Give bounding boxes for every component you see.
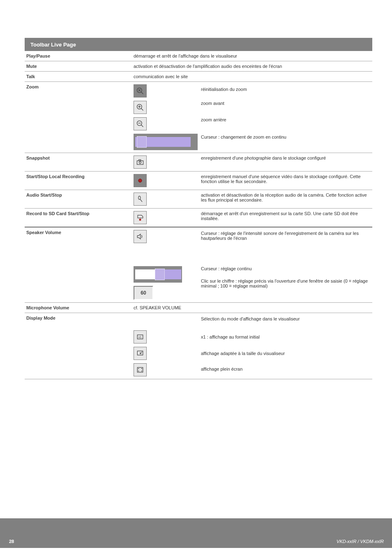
zoom-out-icon — [136, 120, 144, 128]
sd-record-button[interactable] — [134, 211, 147, 224]
display-desc-0: Sélection du mode d'affichage dans le vi… — [201, 316, 371, 330]
svg-line-1 — [141, 92, 143, 94]
svg-line-5 — [141, 109, 143, 111]
audio-toggle-button[interactable] — [134, 193, 147, 206]
zoom-reset-desc: réinitialisation du zoom — [201, 84, 371, 95]
microphone-icon — [136, 195, 144, 203]
zoom-slider[interactable] — [134, 134, 198, 150]
zoom-in-button[interactable] — [134, 101, 147, 114]
row-label-snapshot: Snappshot — [25, 153, 132, 172]
svg-point-15 — [138, 196, 141, 200]
row-desc-sdrec: démarrage et arrêt d'un enregistrement s… — [199, 209, 372, 227]
title-bar: Toolbar Live Page — [25, 38, 372, 51]
display-fit-button[interactable] — [134, 347, 147, 360]
record-icon — [136, 176, 144, 185]
row-label-audio: Audio Start/Stop — [25, 190, 132, 209]
display-desc-2: affichage adaptée à la taille du visuali… — [201, 346, 371, 362]
row-desc-talk: communication avec le site — [132, 72, 372, 82]
speaker-volume-button[interactable] — [134, 230, 147, 243]
row-label-display: Display Mode — [25, 313, 132, 379]
speaker-icon — [136, 232, 144, 241]
row-desc-snapshot: enregistrement d'une photographie dans l… — [199, 153, 372, 172]
speaker-volume-value[interactable]: 60 — [134, 286, 153, 300]
svg-line-22 — [140, 352, 142, 354]
zoom-out-desc: zoom arrière — [201, 111, 371, 128]
page-number: 28 — [9, 539, 14, 544]
svg-point-17 — [139, 219, 141, 221]
display-desc-3: affichage plein écran — [201, 362, 371, 371]
zoom-in-icon — [136, 103, 144, 111]
local-record-button[interactable] — [134, 174, 147, 187]
display-fullscreen-button[interactable] — [134, 363, 147, 376]
zoom-slider-desc: Curseur : changement de zoom en continu — [201, 128, 371, 144]
zoom-out-button[interactable] — [134, 117, 147, 130]
display-desc-1: x1 : affichage au format initial — [201, 330, 371, 346]
speaker-desc-3: Clic sur le chiffre : réglage précis via… — [201, 275, 371, 288]
svg-point-14 — [138, 179, 142, 182]
row-label-localrec: Start/Stop Local Recording — [25, 172, 132, 190]
svg-text:x1: x1 — [138, 335, 142, 339]
zoom-reset-icon — [136, 87, 144, 95]
speaker-desc-1: Curseur : réglage de l'intensité sonore … — [201, 230, 371, 259]
row-label-talk: Talk — [25, 72, 132, 82]
svg-rect-12 — [139, 160, 141, 161]
display-x1-button[interactable]: x1 — [134, 330, 147, 343]
toolbar-table: Play/Pause démarrage et arrêt de l'affic… — [25, 51, 372, 379]
speaker-volume-slider[interactable] — [134, 266, 182, 283]
row-desc-mic: cf. SPEAKER VOLUME — [132, 303, 372, 313]
row-desc-audio: activation et désactivation de la récept… — [199, 190, 372, 209]
row-label-sdrec: Record to SD Card Start/Stop — [25, 209, 132, 227]
page-footer: 28 VKD-xxIR / VKDM-xxIR — [0, 518, 392, 548]
svg-line-16 — [140, 199, 142, 202]
zoom-reset-button[interactable] — [134, 84, 147, 97]
fullscreen-icon — [136, 366, 144, 374]
footer-right: VKD-xxIR / VKDM-xxIR — [337, 539, 384, 544]
row-desc-mute: activation et désactivation de l'amplifi… — [132, 61, 372, 72]
row-desc-localrec: enregistrement manuel d'une séquence vid… — [199, 172, 372, 190]
svg-point-13 — [139, 161, 141, 163]
x1-icon: x1 — [136, 333, 144, 341]
snapshot-button[interactable] — [134, 155, 147, 169]
row-desc-playpause: démarrage et arrêt de l'affichage dans l… — [132, 51, 372, 61]
fit-view-icon — [136, 349, 144, 357]
speaker-desc-2: Curseur : réglage continu — [201, 259, 371, 275]
row-label-mic: Microphone Volume — [25, 303, 132, 313]
row-label-mute: Mute — [25, 61, 132, 72]
svg-marker-18 — [137, 234, 141, 239]
row-label-zoom: Zoom — [25, 82, 132, 153]
camera-icon — [136, 158, 144, 166]
row-label-speaker: Speaker Volume — [25, 227, 132, 303]
row-label-playpause: Play/Pause — [25, 51, 132, 61]
zoom-in-desc: zoom avant — [201, 95, 371, 111]
svg-line-9 — [141, 125, 143, 127]
sd-card-icon — [136, 214, 144, 222]
svg-rect-23 — [137, 367, 143, 372]
